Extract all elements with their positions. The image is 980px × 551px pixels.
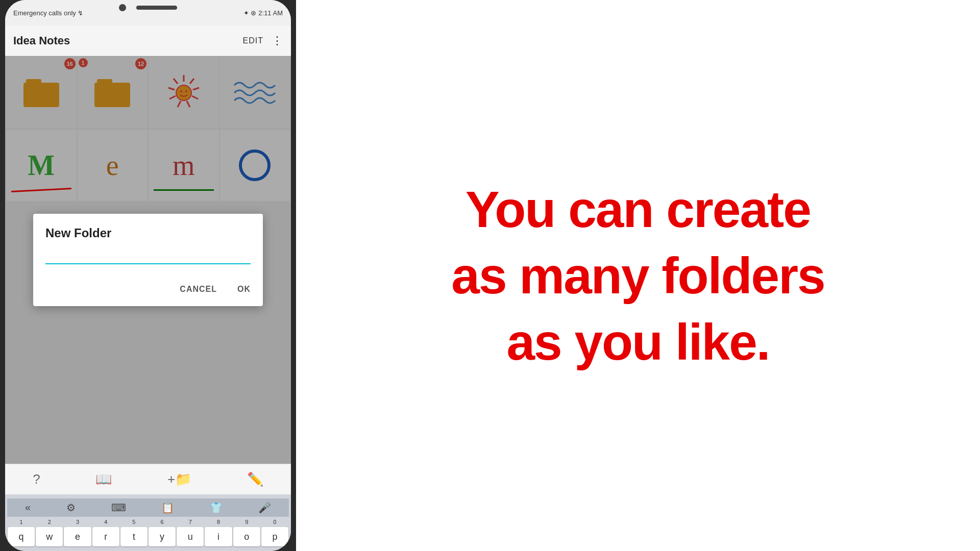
ok-button[interactable]: OK	[233, 281, 255, 298]
dialog-title: New Folder	[33, 214, 263, 248]
bottom-toolbar: ? 📖 +📁 ✏️	[5, 464, 291, 494]
keyboard-icon[interactable]: ⌨	[111, 502, 126, 514]
status-icons: ✦ ⊛	[243, 9, 257, 17]
app-bar-actions: EDIT ⋮	[243, 34, 283, 47]
camera	[119, 4, 126, 11]
key-8[interactable]: 8	[204, 519, 232, 525]
key-p[interactable]: p	[261, 527, 288, 546]
key-r[interactable]: r	[92, 527, 119, 546]
key-3[interactable]: 3	[63, 519, 91, 525]
status-right: ✦ ⊛ 2:11 AM	[243, 9, 283, 17]
menu-button[interactable]: ⋮	[272, 34, 283, 47]
promo-line-2: as many folders	[451, 242, 824, 309]
back-arrows-icon[interactable]: «	[25, 502, 31, 514]
key-2[interactable]: 2	[35, 519, 63, 525]
cancel-button[interactable]: CANCEL	[176, 281, 221, 298]
phone-top	[119, 0, 177, 15]
shirt-icon[interactable]: 👕	[210, 502, 223, 514]
keyboard-toolbar: « ⚙ ⌨ 📋 👕 🎤	[7, 498, 289, 517]
promo-area: You can create as many folders as you li…	[296, 0, 980, 551]
folder-name-input[interactable]	[45, 248, 251, 264]
speaker	[136, 6, 177, 10]
key-1[interactable]: 1	[7, 519, 35, 525]
book-icon[interactable]: 📖	[95, 471, 112, 487]
key-e[interactable]: e	[64, 527, 91, 546]
key-q[interactable]: q	[8, 527, 35, 546]
key-9[interactable]: 9	[233, 519, 261, 525]
key-5[interactable]: 5	[120, 519, 148, 525]
dialog-input-container	[33, 248, 263, 277]
theme-icon[interactable]: 📋	[161, 502, 174, 514]
help-icon[interactable]: ?	[33, 471, 40, 487]
key-7[interactable]: 7	[176, 519, 204, 525]
key-0[interactable]: 0	[261, 519, 289, 525]
key-i[interactable]: i	[205, 527, 232, 546]
mic-icon[interactable]: 🎤	[258, 502, 271, 514]
promo-line-1: You can create	[451, 176, 824, 242]
dialog-overlay: New Folder CANCEL OK	[5, 56, 291, 464]
new-folder-dialog: New Folder CANCEL OK	[33, 214, 263, 306]
keyboard-area: « ⚙ ⌨ 📋 👕 🎤 1 2 3 4 5 6 7 8 9	[5, 494, 291, 551]
settings-icon[interactable]: ⚙	[66, 502, 76, 514]
letter-row: q w e r t y u i o p	[7, 527, 289, 547]
app-bar: Idea Notes EDIT ⋮	[5, 26, 291, 56]
key-4[interactable]: 4	[92, 519, 120, 525]
dialog-buttons: CANCEL OK	[33, 277, 263, 306]
new-folder-icon[interactable]: +📁	[167, 471, 191, 487]
phone-screen: Emergency calls only ↯ ✦ ⊛ 2:11 AM Idea …	[5, 0, 291, 551]
app-title: Idea Notes	[13, 34, 70, 47]
key-o[interactable]: o	[233, 527, 260, 546]
key-y[interactable]: y	[149, 527, 176, 546]
phone-mockup: Emergency calls only ↯ ✦ ⊛ 2:11 AM Idea …	[0, 0, 296, 551]
promo-line-3: as you like.	[451, 309, 824, 375]
notes-grid: 16 12 1	[5, 56, 291, 464]
key-t[interactable]: t	[120, 527, 148, 546]
number-row: 1 2 3 4 5 6 7 8 9 0	[7, 519, 289, 525]
phone-frame: Emergency calls only ↯ ✦ ⊛ 2:11 AM Idea …	[5, 0, 291, 551]
status-left-text: Emergency calls only ↯	[13, 9, 83, 17]
status-time: 2:11 AM	[258, 9, 283, 17]
key-u[interactable]: u	[177, 527, 204, 546]
key-6[interactable]: 6	[148, 519, 176, 525]
promo-text-block: You can create as many folders as you li…	[451, 176, 824, 375]
edit-icon[interactable]: ✏️	[247, 471, 263, 487]
edit-button[interactable]: EDIT	[243, 36, 263, 45]
key-w[interactable]: w	[36, 527, 63, 546]
